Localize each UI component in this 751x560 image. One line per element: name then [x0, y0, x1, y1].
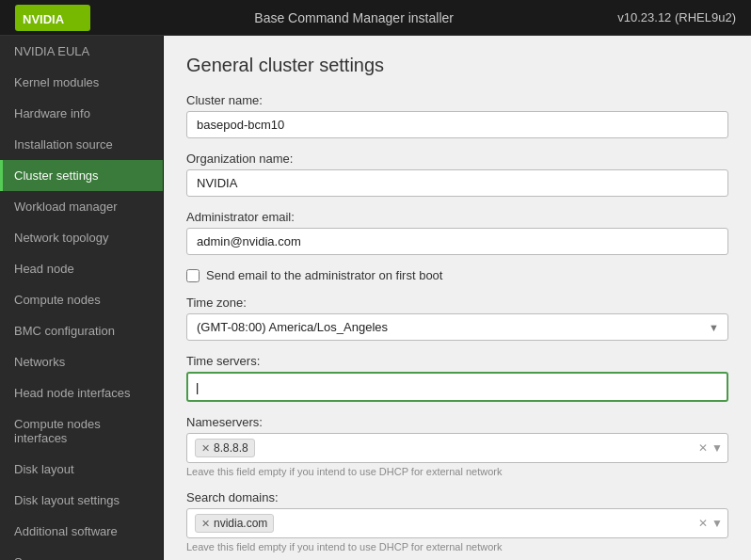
cluster-name-input[interactable] — [186, 111, 728, 138]
nvidia-logo-icon: NVIDIA — [15, 5, 90, 31]
nameservers-clear-btn[interactable]: ✕ — [698, 441, 708, 455]
header-title: Base Command Manager installer — [254, 10, 454, 25]
sidebar-item-cluster-settings[interactable]: Cluster settings — [0, 160, 163, 191]
sidebar-item-disk-layout[interactable]: Disk layout — [0, 454, 163, 485]
sidebar-item-bmc-configuration[interactable]: BMC configuration — [0, 315, 163, 346]
nameservers-label: Nameservers: — [186, 415, 728, 429]
sidebar-item-compute-nodes-interfaces[interactable]: Compute nodes interfaces — [0, 408, 163, 454]
admin-email-group: Administrator email: — [186, 210, 728, 255]
search-domains-dropdown-btn[interactable]: ▼ — [711, 517, 723, 530]
sidebar-item-installation-source[interactable]: Installation source — [0, 129, 163, 160]
sidebar-item-kernel-modules[interactable]: Kernel modules — [0, 67, 163, 98]
nameserver-tag-8888: ✕ 8.8.8.8 — [195, 439, 255, 457]
tag-remove-icon[interactable]: ✕ — [201, 442, 210, 455]
search-domains-controls: ✕ ▼ — [698, 517, 723, 530]
search-domain-tag-nvidia: ✕ nvidia.com — [195, 514, 274, 533]
search-domains-input[interactable] — [278, 517, 720, 531]
time-servers-input-wrapper[interactable] — [186, 372, 728, 402]
nameservers-input-wrapper[interactable]: ✕ 8.8.8.8 — [186, 433, 728, 463]
search-domains-helper: Leave this field empty if you intend to … — [186, 541, 728, 552]
app-header: NVIDIA Base Command Manager installer v1… — [0, 0, 751, 36]
send-email-checkbox[interactable] — [186, 269, 200, 282]
timezone-group: Time zone: (GMT-08:00) America/Los_Angel… — [186, 296, 728, 341]
nameservers-input[interactable] — [259, 441, 720, 456]
org-name-input[interactable] — [186, 169, 728, 197]
nameservers-helper: Leave this field empty if you intend to … — [186, 466, 728, 477]
sidebar-item-head-node-interfaces[interactable]: Head node interfaces — [0, 377, 163, 408]
search-domains-label: Search domains: — [186, 490, 728, 504]
send-email-label: Send email to the administrator on first… — [206, 268, 442, 282]
timezone-select-wrapper: (GMT-08:00) America/Los_Angeles ▼ — [186, 313, 728, 341]
content-inner: General cluster settings Cluster name: O… — [164, 36, 751, 560]
main-layout: NVIDIA EULA Kernel modules Hardware info… — [0, 36, 751, 560]
sidebar-item-nvidia-eula[interactable]: NVIDIA EULA — [0, 36, 163, 67]
sidebar-item-network-topology[interactable]: Network topology — [0, 222, 163, 253]
sidebar-item-workload-manager[interactable]: Workload manager — [0, 191, 163, 222]
cluster-name-label: Cluster name: — [186, 93, 728, 107]
timezone-label: Time zone: — [186, 296, 728, 310]
sidebar-item-summary[interactable]: Summary — [0, 547, 163, 560]
org-name-group: Organization name: — [186, 152, 728, 197]
sidebar-item-additional-software[interactable]: Additional software — [0, 516, 163, 547]
search-domains-group: Search domains: ✕ nvidia.com ✕ ▼ Leave — [186, 490, 728, 552]
svg-text:NVIDIA: NVIDIA — [23, 12, 65, 26]
sidebar-item-compute-nodes[interactable]: Compute nodes — [0, 284, 163, 315]
search-domains-input-outer: ✕ nvidia.com ✕ ▼ — [186, 508, 728, 538]
sidebar-item-head-node[interactable]: Head node — [0, 253, 163, 284]
content-area: General cluster settings Cluster name: O… — [164, 36, 751, 560]
send-email-row: Send email to the administrator on first… — [186, 268, 728, 282]
admin-email-input[interactable] — [186, 228, 728, 255]
org-name-label: Organization name: — [186, 152, 728, 166]
tag-value: nvidia.com — [214, 517, 267, 530]
time-servers-group: Time servers: — [186, 354, 728, 402]
cluster-name-group: Cluster name: — [186, 93, 728, 138]
nameservers-dropdown-btn[interactable]: ▼ — [711, 441, 723, 455]
search-domains-clear-btn[interactable]: ✕ — [698, 517, 708, 530]
tag-remove-icon[interactable]: ✕ — [201, 518, 210, 530]
nameservers-group: Nameservers: ✕ 8.8.8.8 ✕ ▼ Leave this f — [186, 415, 728, 477]
page-title: General cluster settings — [186, 55, 728, 76]
time-servers-label: Time servers: — [186, 354, 728, 368]
search-domains-input-wrapper[interactable]: ✕ nvidia.com — [186, 508, 728, 538]
sidebar: NVIDIA EULA Kernel modules Hardware info… — [0, 36, 164, 560]
sidebar-item-disk-layout-settings[interactable]: Disk layout settings — [0, 485, 163, 516]
sidebar-item-hardware-info[interactable]: Hardware info — [0, 98, 163, 129]
time-servers-input[interactable] — [196, 380, 719, 394]
admin-email-label: Administrator email: — [186, 210, 728, 224]
timezone-select[interactable]: (GMT-08:00) America/Los_Angeles — [186, 313, 728, 341]
logo-area: NVIDIA — [15, 5, 90, 31]
header-version: v10.23.12 (RHEL9u2) — [617, 10, 736, 24]
nameservers-controls: ✕ ▼ — [698, 441, 723, 455]
nameservers-input-outer: ✕ 8.8.8.8 ✕ ▼ — [186, 433, 728, 463]
sidebar-item-networks[interactable]: Networks — [0, 346, 163, 377]
tag-value: 8.8.8.8 — [214, 441, 248, 455]
